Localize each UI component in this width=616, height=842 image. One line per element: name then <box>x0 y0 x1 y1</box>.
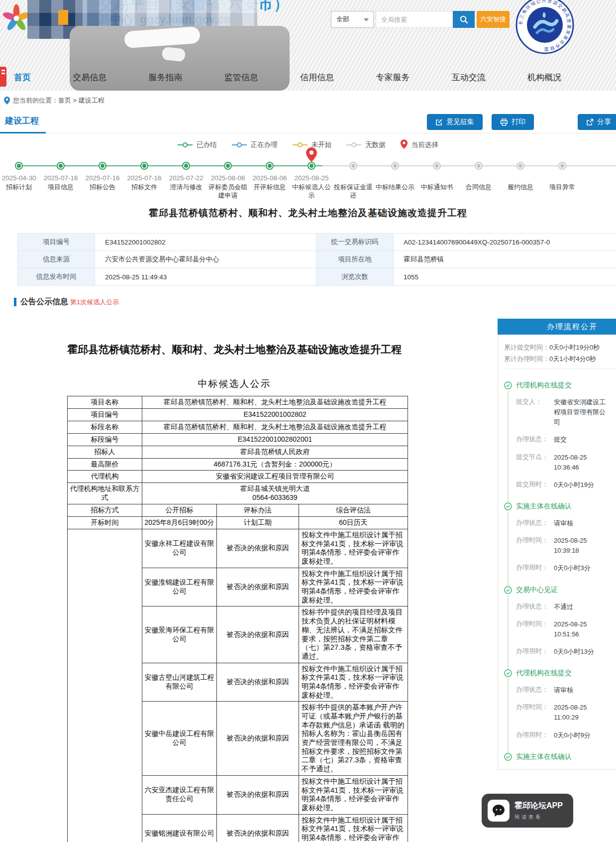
detail-value-cell: E341522001002802001 <box>142 433 408 446</box>
legend-item-5: 当前选择 <box>401 139 438 150</box>
bidder-reason-cell: 投标文件中施工组织设计属于招标文件第41页，技术标一评审说明第4条情形，经评委会… <box>299 814 408 842</box>
flow-summary-label: 累计办理时间： <box>504 355 549 362</box>
nav-item-2[interactable]: 交易信息 <box>73 72 106 83</box>
timeline-date: 2025-07-16 <box>39 174 83 182</box>
bidder-reason-cell: 投标文件中施工组织设计属于招标文件第41页，技术标一评审说明第4条情形，经评委会… <box>299 529 408 568</box>
nav-item-1[interactable]: 首页 <box>14 72 31 83</box>
timeline-node-4[interactable] <box>140 162 148 170</box>
timeline-node-7[interactable] <box>266 162 274 170</box>
floating-side-widget[interactable] <box>0 67 6 87</box>
flow-step-title-text: 代理机构在线提交 <box>516 669 572 677</box>
breadcrumb-path[interactable]: 首页 > 建设工程 <box>58 97 104 104</box>
timeline-step-label[interactable]: 中标候选人公示 <box>292 183 331 200</box>
timeline-step-label[interactable]: 澄清与修改 <box>167 183 205 192</box>
flow-step-title: 实施主体在线确认 <box>516 752 616 761</box>
timeline-node-14[interactable] <box>558 162 566 170</box>
detail-label-cell: 代理机构 <box>68 471 142 483</box>
smart-search-button[interactable]: 六安智搜 <box>477 11 510 28</box>
flow-step-title: 代理机构在线提交 <box>516 669 616 678</box>
check-circle-icon <box>504 669 512 677</box>
bid-candidate-table: 项目名称霍邱县范桥镇范桥村、顺和村、龙头村土地整治及基础设施改造提升工程项目编号… <box>67 396 408 842</box>
info-label: 统一交易标识码 <box>316 234 394 251</box>
timeline-node-6[interactable] <box>224 162 232 170</box>
nav-item-8[interactable]: 机构概况 <box>527 72 561 83</box>
timeline-node-5[interactable] <box>182 162 190 170</box>
timeline-node-9[interactable] <box>349 162 357 170</box>
search-category-select[interactable]: 全部 <box>331 11 374 28</box>
detail-row-5: 招标人霍邱县范桥镇人民政府 <box>68 446 408 458</box>
feedback-button[interactable]: 意见征集 <box>427 114 483 130</box>
timeline-step-label[interactable]: 开评标信息 <box>250 183 289 192</box>
timeline-step-label[interactable]: 中标结果公示 <box>376 183 414 192</box>
detail-value-cell: 霍邱县范桥镇范桥村、顺和村、龙头村土地整治及基础设施改造提升工程 <box>142 421 408 433</box>
app-subtitle: 阅读查看 <box>514 814 563 821</box>
share-button[interactable]: 分享 <box>578 114 616 130</box>
detail-value-cell: 安徽省安润建设工程项目管理有限公司 <box>142 471 408 483</box>
flow-step-title-text: 实施主体在线确认 <box>516 752 572 760</box>
timeline-node-11[interactable] <box>433 162 441 170</box>
search-input[interactable] <box>376 11 453 28</box>
legend-node-glyph <box>293 142 308 147</box>
timeline-node-8[interactable] <box>308 162 315 170</box>
current-pin-icon <box>401 139 408 149</box>
flow-field-label: 办理状态： <box>516 518 554 528</box>
detail-label-cell: 最高限价 <box>68 458 142 471</box>
tab-row: 建设工程 意见征集打印分享 <box>0 111 616 133</box>
timeline-step-label[interactable]: 中标通知书 <box>417 183 456 192</box>
flow-step-field: 办理时间：2025-08-25 10:51:56 <box>516 619 616 639</box>
flow-step-field: 办理用时：0天0小时3分 <box>516 563 616 573</box>
flow-step-field: 提交人：安徽省安润建设工程项目管理有限公司 <box>516 397 616 427</box>
timeline-step-label[interactable]: 投标保证金退还 <box>334 183 373 200</box>
timeline-node-3[interactable] <box>99 162 106 170</box>
bidder-basis-cell: 被否决的依据和原因 <box>217 814 299 842</box>
timeline-node-2[interactable] <box>57 162 65 170</box>
search-button[interactable] <box>453 11 475 28</box>
flow-step-field: 办理时间：2025-08-25 10:39:18 <box>516 536 616 556</box>
nav-item-7[interactable]: 互动交流 <box>452 72 486 83</box>
timeline-node-10[interactable] <box>391 162 399 170</box>
timeline-node-12[interactable] <box>475 162 483 170</box>
nav-item-4[interactable]: 监管信息 <box>224 72 258 83</box>
timeline-step-label[interactable]: 招标计划 <box>0 183 38 192</box>
censored-chip <box>58 10 68 25</box>
info-label: 信息发布时间 <box>18 268 95 286</box>
bidder-reason-cell: 投标文件中施工组织设计属于招标文件第41页，技术标一评审说明第4条情形，经评委会… <box>299 775 408 814</box>
timeline-step-label[interactable]: 招标公告 <box>83 183 122 192</box>
detail-value-cell: 2025年8月6日9时00分 <box>142 517 217 529</box>
timeline-step-label[interactable]: 项目信息 <box>41 183 80 192</box>
legend-label: 正在办理 <box>251 140 278 149</box>
tab-construction[interactable]: 建设工程 <box>5 115 39 126</box>
timeline-date: 2025-07-16 <box>81 174 124 182</box>
timeline-node-13[interactable] <box>516 162 524 170</box>
timeline-line-pending <box>322 165 616 166</box>
detail-value-cell: 霍邱县范桥镇人民政府 <box>142 446 408 458</box>
nav-item-5[interactable]: 信用信息 <box>300 72 334 83</box>
flow-step-field: 办理状态：不通过 <box>516 602 616 612</box>
detail-value-cell: 综合评估法 <box>299 504 408 517</box>
print-icon <box>500 119 508 126</box>
print-button[interactable]: 打印 <box>492 114 534 130</box>
breadcrumb-prefix: 您当前的位置： <box>13 97 58 104</box>
detail-row-10: 开标时间2025年8月6日9时00分计划工期60日历天 <box>68 517 408 529</box>
timeline-step-label[interactable]: 履约信息 <box>501 183 540 192</box>
app-icon <box>488 800 510 822</box>
info-value: 六安市公共资源交易中心霍邱县分中心 <box>95 251 316 268</box>
timeline-date: 2025-08-25 <box>290 174 333 182</box>
nav-item-6[interactable]: 专家服务 <box>376 72 410 83</box>
flow-step-field: 办理状态：提交 <box>516 435 616 445</box>
timeline-step-label[interactable]: 评标委员会组建申请 <box>208 183 247 200</box>
flow-step-3: 交易中心见证办理状态：不通过办理时间：2025-08-25 10:51:56办理… <box>504 586 616 657</box>
detail-row-1: 项目名称霍邱县范桥镇范桥村、顺和村、龙头村土地整治及基础设施改造提升工程 <box>68 396 408 409</box>
detail-label-cell: 招标人 <box>68 446 142 458</box>
flow-step-title: 交易中心见证 <box>516 586 616 595</box>
timeline-step-label[interactable]: 合同信息 <box>459 183 498 192</box>
timeline-date: 2025-07-22 <box>164 174 208 182</box>
check-circle-icon <box>504 586 512 594</box>
timeline-step-label[interactable]: 项目异常 <box>543 183 582 192</box>
detail-label-cell: 标段名称 <box>68 421 142 433</box>
current-selection-pin <box>306 147 317 162</box>
nav-item-3[interactable]: 服务指南 <box>149 72 183 83</box>
timeline-node-1[interactable] <box>15 162 23 170</box>
timeline-step-label[interactable]: 招标文件 <box>125 183 164 192</box>
check-circle-icon <box>504 381 512 389</box>
